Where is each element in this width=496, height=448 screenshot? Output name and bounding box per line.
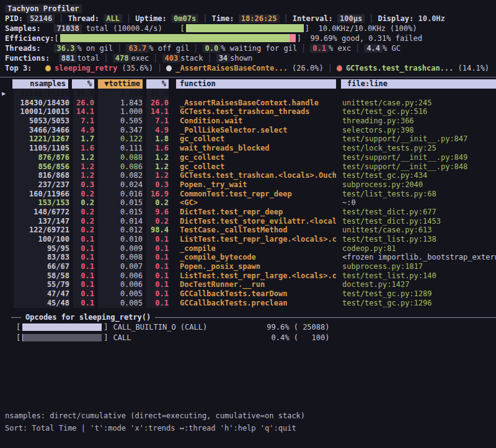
column-header-nsamples[interactable]: nsamples [12, 79, 68, 89]
bracket-open: [ [16, 323, 20, 332]
column-header-percent-cumulative[interactable]: % [146, 79, 169, 89]
function-stat-value: 881 [59, 54, 78, 63]
cell-file-line: test/list_tests.py:68 [336, 190, 496, 199]
thread-stat-suffix: % off gil [149, 44, 189, 53]
table-row[interactable]: 153/1530.20.0150.2<GC>~:0 [0, 198, 496, 208]
table-row[interactable]: 1105/11051.60.1111.6wait_threads_blocked… [0, 144, 496, 153]
table-row[interactable]: 5053/50537.10.5057.1Condition.waitthread… [0, 116, 496, 126]
cell-file-line: test/support/__init__.py:2638 [336, 89, 496, 99]
arrow-slot [0, 262, 12, 271]
table-row[interactable]: 58/580.10.0060.1ListTest.test_repr_large… [0, 271, 496, 281]
table-row[interactable]: 122/697210.20.01298.4TestCase._callTestM… [0, 226, 496, 235]
cell-percent-cumulative: 0.1 [143, 235, 169, 244]
thread-stat-suffix: % waiting for gil [221, 44, 297, 53]
cell-nsamples: 25188/25189 [12, 89, 69, 99]
table-row[interactable]: 55/790.10.0060.1DocTestRunner.__rundocte… [0, 280, 496, 289]
top3-function-name[interactable]: sleeping_retry [55, 64, 117, 72]
column-header-tottime-sorted[interactable]: ▼tottime [98, 79, 143, 89]
arrow-slot [0, 217, 12, 226]
cell-percent-cumulative: 26.0 [143, 99, 169, 108]
cell-nsamples: 66/67 [12, 262, 69, 271]
cell-nsamples: 5053/5053 [12, 116, 69, 126]
footer-help-nsamples: nsamples: direct/cumulative (direct=exec… [5, 411, 305, 420]
cell-percent-direct: 0.1 [69, 271, 94, 281]
cell-tottime: 0.505 [94, 116, 143, 126]
cell-file-line: codeop.py:81 [336, 244, 496, 253]
app-title: Tachyon Profiler [5, 4, 82, 13]
table-row[interactable]: 237/2370.30.0240.3Popen._try_waitsubproc… [0, 180, 496, 190]
cell-nsamples: 58/58 [12, 271, 69, 281]
pid-label: PID: [5, 14, 23, 23]
table-row[interactable]: 10001/1001514.11.00014.1GCTests.test_tra… [0, 107, 496, 116]
table-row[interactable]: 3466/34664.90.3474.9_PollLikeSelector.se… [0, 126, 496, 135]
table-row[interactable]: 856/8561.20.0861.2gc_collecttest/support… [0, 162, 496, 172]
cell-function-name: GCCallbackTests.preclean [169, 299, 336, 308]
samples-rate-bar [186, 24, 304, 32]
opcode-share-bar [22, 334, 102, 341]
cell-function-name: wait_threads_blocked [169, 144, 336, 153]
cell-percent-cumulative: 14.1 [143, 107, 169, 116]
time-value: 18:26:25 [239, 14, 280, 23]
cell-percent-cumulative: 35.6 [143, 89, 169, 99]
table-row[interactable]: 100/1000.10.0100.1ListTest.test_repr_lar… [0, 235, 496, 244]
cell-tottime: 0.111 [94, 144, 143, 153]
cell-file-line: test/support/__init__.py:849 [336, 153, 496, 162]
table-row[interactable]: 137/1470.20.0140.2DictTest.test_store_ev… [0, 217, 496, 226]
cell-tottime: 0.010 [94, 235, 143, 244]
arrow-slot [0, 208, 12, 217]
separator: │ [369, 14, 373, 23]
table-row-selected[interactable]: ▶25188/2518935.62.51935.6sleeping_retryt… [0, 89, 496, 99]
table-row[interactable]: 816/8681.20.0821.2GCTests.test_trashcan.… [0, 171, 496, 180]
cell-function-name: _compile [169, 244, 336, 253]
cell-function-name: gc_collect [169, 134, 336, 144]
thread-value[interactable]: ALL [104, 14, 122, 23]
table-row[interactable]: 95/950.10.0090.1_compilecodeop.py:81 [0, 244, 496, 253]
table-row[interactable]: 148/67720.20.0159.6DictTest.test_repr_de… [0, 208, 496, 217]
cell-percent-cumulative: 0.1 [143, 253, 169, 262]
profiler-screen: Tachyon Profiler PID: 52146│Thread: ALL│… [0, 0, 496, 448]
cell-percent-cumulative: 1.2 [143, 162, 169, 172]
cell-tottime: 0.014 [94, 217, 143, 226]
cell-percent-direct: 0.2 [69, 198, 94, 208]
cell-tottime: 0.088 [94, 153, 143, 162]
table-row[interactable]: 160/119660.20.01616.9CommonTest.test_rep… [0, 190, 496, 199]
cell-percent-direct: 4.9 [69, 126, 94, 135]
interval-label: Interval: [293, 14, 333, 23]
cell-nsamples: 45/48 [12, 299, 69, 308]
cell-tottime: 0.005 [94, 299, 143, 308]
table-body: ▶25188/2518935.62.51935.6sleeping_retryt… [0, 89, 496, 308]
cell-function-name: DocTestRunner.__run [169, 280, 336, 289]
separator: │ [126, 14, 131, 23]
thread-stat-suffix: % on gil [77, 44, 113, 53]
top3-function-name[interactable]: _AssertRaisesBaseConte... [175, 64, 288, 72]
table-row[interactable]: 45/480.10.0050.1GCCallbackTests.preclean… [0, 299, 496, 308]
cell-percent-cumulative: 0.1 [143, 280, 169, 289]
functions-label: Functions: [5, 54, 50, 63]
cell-percent-cumulative: 0.2 [143, 217, 169, 226]
thread-label: Thread: [68, 14, 100, 23]
separator: │ [207, 54, 211, 63]
opcodes-title: Opcodes for sleeping_retry() [25, 313, 151, 322]
cell-percent-cumulative: 1.2 [143, 171, 169, 180]
separator: │ [203, 14, 207, 23]
table-row[interactable]: 83/830.10.0080.1_compile_bytecode<frozen… [0, 253, 496, 262]
top3-function-name[interactable]: GCTests.test_trashcan... [346, 64, 453, 72]
cell-percent-cumulative: 0.1 [143, 271, 169, 281]
cell-percent-direct: 1.2 [69, 162, 94, 172]
table-row[interactable]: 66/670.10.0070.1Popen._posix_spawnsubpro… [0, 262, 496, 271]
opcode-percent: 0.4% [254, 333, 289, 342]
column-header-percent-direct[interactable]: % [72, 79, 94, 89]
separator: │ [104, 54, 108, 63]
table-row[interactable]: 18430/1843026.01.84326.0_AssertRaisesBas… [0, 99, 496, 108]
thread-stat-value: 4.4 [364, 44, 383, 53]
cell-tottime: 0.086 [94, 162, 143, 172]
display-label: Display: [378, 14, 414, 23]
table-row[interactable]: 47/470.10.0050.1GCCallbackTests.tearDown… [0, 289, 496, 299]
table-row[interactable]: 1221/12671.70.1221.8gc_collecttest/suppo… [0, 134, 496, 144]
table-row[interactable]: 876/8761.20.0881.2gc_collecttest/support… [0, 153, 496, 162]
column-header-function[interactable]: function [176, 79, 336, 89]
column-header-file-line[interactable]: file:line [341, 79, 496, 89]
opcode-count: ( 25088) [289, 323, 329, 332]
arrow-slot [0, 253, 12, 262]
samples-rate-text: 10.0KHz/10.0KHz (100%) [319, 24, 417, 33]
